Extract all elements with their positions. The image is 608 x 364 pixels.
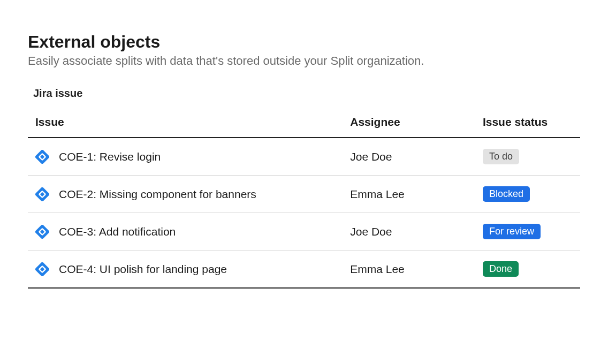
jira-icon xyxy=(35,150,49,164)
issue-title: COE-3: Add notification xyxy=(59,225,176,238)
jira-icon xyxy=(35,225,49,239)
issue-assignee: Joe Doe xyxy=(343,213,475,251)
status-badge: Done xyxy=(483,261,519,277)
table-row[interactable]: COE-3: Add notificationJoe DoeFor review xyxy=(28,213,580,251)
issue-table: Issue Assignee Issue status COE-1: Revis… xyxy=(28,110,580,289)
status-badge: For review xyxy=(483,224,541,239)
table-row[interactable]: COE-2: Missing component for bannersEmma… xyxy=(28,176,580,213)
issue-title: COE-4: UI polish for landing page xyxy=(59,263,227,276)
jira-icon xyxy=(35,187,49,201)
status-badge: Blocked xyxy=(483,186,530,202)
issue-assignee: Emma Lee xyxy=(343,251,475,289)
issue-title: COE-1: Revise login xyxy=(59,150,161,163)
issue-assignee: Emma Lee xyxy=(343,176,475,213)
section-label: Jira issue xyxy=(33,87,580,100)
jira-icon xyxy=(35,262,49,276)
column-header-issue[interactable]: Issue xyxy=(28,110,343,138)
issue-assignee: Joe Doe xyxy=(343,138,475,176)
issue-title: COE-2: Missing component for banners xyxy=(59,188,256,201)
table-row[interactable]: COE-1: Revise loginJoe DoeTo do xyxy=(28,138,580,176)
column-header-assignee[interactable]: Assignee xyxy=(343,110,475,138)
page-title: External objects xyxy=(28,32,580,52)
status-badge: To do xyxy=(483,149,519,164)
table-row[interactable]: COE-4: UI polish for landing pageEmma Le… xyxy=(28,251,580,289)
page-subtitle: Easily associate splits with data that's… xyxy=(28,54,580,68)
column-header-status[interactable]: Issue status xyxy=(475,110,580,138)
